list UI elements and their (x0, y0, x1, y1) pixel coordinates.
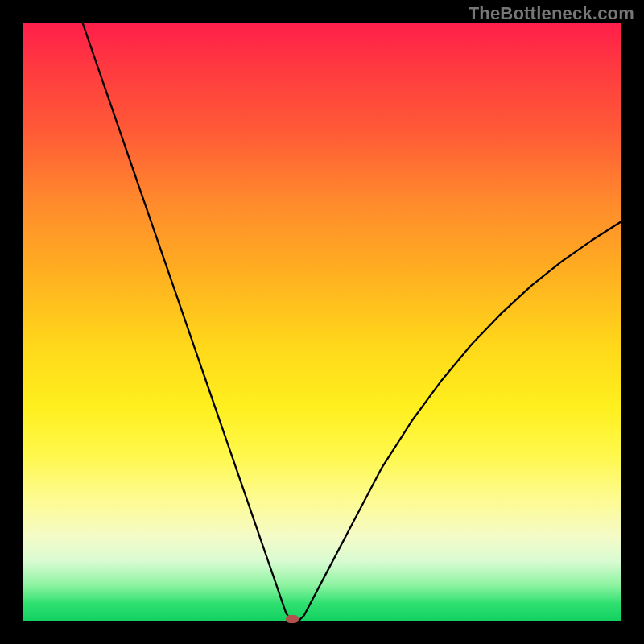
chart-curve (23, 23, 621, 621)
watermark-text: TheBottleneck.com (469, 3, 634, 24)
minimum-marker-dot (286, 615, 299, 623)
chart-plot-area (23, 23, 621, 621)
chart-curve-path (82, 23, 621, 621)
